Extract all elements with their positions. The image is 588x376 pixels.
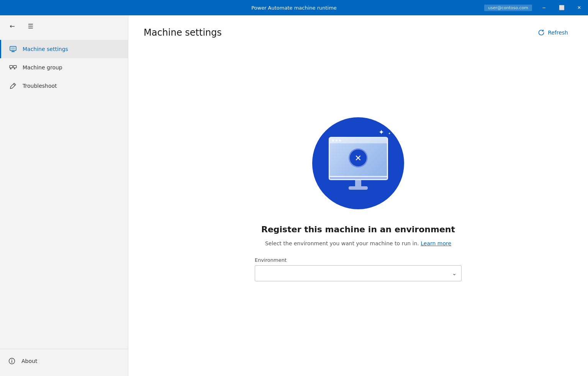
monitor-stand-neck [355,180,361,186]
chevron-down-icon: ⌄ [452,270,457,276]
sparkle-icon-2: ✦ [387,124,390,128]
monitor-illustration: ✕ [329,137,388,190]
svg-rect-1 [11,48,15,50]
back-icon: ← [10,23,15,30]
close-button[interactable]: ✕ [570,0,588,15]
menu-icon: ☰ [28,23,33,30]
machine-group-icon [9,64,17,71]
dot-3 [339,140,341,141]
title-bar-user: user@contoso.com [484,5,532,11]
refresh-button[interactable]: Refresh [533,26,573,39]
sidebar-item-machine-settings-label: Machine settings [23,46,68,52]
svg-line-11 [13,84,15,85]
about-icon [8,358,16,365]
main-content: Machine settings Refresh ✦ ✦ ✦ [128,15,588,376]
illustration-circle: ✦ ✦ ✦ ✕ [312,117,404,209]
sparkle-icon-3: ✦ [388,132,391,135]
dot-2 [336,140,337,141]
sidebar: ← ☰ Machine settings [0,15,128,376]
title-bar: Power Automate machine runtime user@cont… [0,0,588,15]
monitor-stand-base [349,186,368,190]
sidebar-item-troubleshoot[interactable]: Troubleshoot [0,77,128,95]
svg-point-14 [11,360,12,360]
title-bar-title: Power Automate machine runtime [196,5,392,11]
sidebar-bottom: About [0,349,128,376]
app-body: ← ☰ Machine settings [0,15,588,376]
svg-rect-5 [10,66,13,68]
sidebar-nav: Machine settings Machine group [0,37,128,349]
environment-dropdown[interactable]: ⌄ [255,265,462,281]
svg-rect-6 [13,66,16,68]
sidebar-item-machine-group[interactable]: Machine group [0,58,128,77]
register-title: Register this machine in an environment [261,225,455,234]
monitor-screen-inner: ✕ [330,143,387,173]
title-bar-right: user@contoso.com − ⬜ ✕ [392,0,588,15]
environment-section: Environment ⌄ [255,257,462,281]
monitor-bottom-bar [329,177,388,180]
register-desc: Select the environment you want your mac… [265,240,451,246]
refresh-icon [538,29,545,36]
refresh-label: Refresh [548,30,568,36]
sidebar-item-machine-settings[interactable]: Machine settings [0,40,128,58]
window-controls: − ⬜ ✕ [535,0,588,15]
sidebar-item-machine-group-label: Machine group [23,64,62,71]
learn-more-link[interactable]: Learn more [421,240,451,246]
menu-button[interactable]: ☰ [25,20,37,32]
page-title: Machine settings [144,27,222,38]
sparkle-icon-1: ✦ [378,128,384,136]
monitor-top-bar [330,138,387,143]
sidebar-item-troubleshoot-label: Troubleshoot [23,83,57,89]
x-circle-icon: ✕ [349,148,368,167]
center-area: ✦ ✦ ✦ ✕ [128,45,588,376]
back-button[interactable]: ← [6,20,18,32]
sidebar-top: ← ☰ [0,15,128,37]
dot-1 [332,140,334,141]
main-header: Machine settings Refresh [128,15,588,45]
restore-button[interactable]: ⬜ [553,0,570,15]
monitor-screen: ✕ [329,137,388,177]
machine-settings-icon [9,45,17,53]
register-desc-text: Select the environment you want your mac… [265,240,419,246]
troubleshoot-icon [9,82,17,90]
environment-label: Environment [255,257,462,263]
minimize-button[interactable]: − [535,0,553,15]
about-item[interactable]: About [8,354,120,368]
about-label: About [21,358,37,364]
